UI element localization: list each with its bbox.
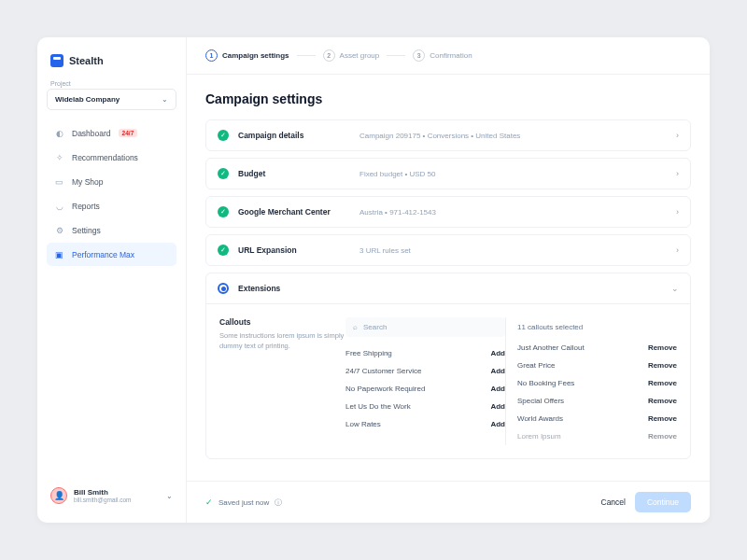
step-confirmation[interactable]: 3 Confirmation — [413, 49, 472, 62]
chevron-down-icon: ⌄ — [162, 95, 168, 104]
dashboard-badge: 24/7 — [119, 129, 138, 137]
footer-bar: ✓ Saved just now ⓘ Cancel Continue — [187, 481, 710, 523]
list-item: Special OffersRemove — [517, 392, 677, 410]
stepper: 1 Campaign settings 2 Asset group 3 Conf… — [187, 37, 710, 75]
card-meta: Austria • 971-412-1543 — [359, 208, 676, 217]
step-divider — [387, 55, 405, 56]
list-item: Just Another CalloutRemove — [517, 339, 677, 357]
chevron-down-icon: ⌄ — [671, 284, 679, 293]
selected-count: 11 callouts selected — [517, 317, 677, 339]
card-merchant-center: ✓ Google Merchant Center Austria • 971-4… — [205, 196, 691, 228]
remove-button[interactable]: Remove — [648, 361, 677, 370]
card-budget: ✓ Budget Fixed budget • USD 50 › — [205, 158, 691, 189]
sidebar-item-dashboard[interactable]: ◐ Dashboard 24/7 — [47, 121, 176, 145]
list-item: No Booking FeesRemove — [517, 374, 677, 392]
sidebar-item-label: My Shop — [72, 177, 104, 187]
user-info: Bill Smith bill.smith@gmail.com — [74, 488, 132, 503]
sidebar-item-label: Reports — [72, 202, 100, 211]
search-box[interactable]: ⌕ — [345, 317, 505, 337]
list-item: No Paperwork RequiredAdd — [345, 380, 505, 398]
search-input[interactable] — [363, 323, 498, 331]
main-panel: 1 Campaign settings 2 Asset group 3 Conf… — [187, 37, 710, 523]
cancel-button[interactable]: Cancel — [601, 497, 626, 507]
callouts-info: Callouts Some instructions lorem ipsum i… — [219, 317, 345, 445]
check-icon: ✓ — [218, 206, 229, 217]
add-button[interactable]: Add — [490, 385, 505, 393]
remove-button[interactable]: Remove — [648, 432, 677, 441]
sidebar: Stealth Project Widelab Company ⌄ ◐ Dash… — [37, 37, 187, 523]
saved-text: Saved just now — [218, 498, 269, 507]
add-button[interactable]: Add — [490, 349, 505, 357]
continue-button[interactable]: Continue — [635, 492, 691, 512]
sidebar-item-performance-max[interactable]: ▣ Performance Max — [47, 243, 176, 266]
sidebar-item-settings[interactable]: ⚙ Settings — [47, 218, 176, 242]
chevron-down-icon: ⌄ — [166, 492, 173, 500]
card-extensions: Extensions ⌄ Callouts Some instructions … — [205, 273, 691, 459]
step-campaign-settings[interactable]: 1 Campaign settings — [205, 49, 289, 62]
remove-button[interactable]: Remove — [648, 397, 677, 405]
gear-icon: ⚙ — [54, 225, 64, 235]
step-label: Asset group — [340, 51, 380, 60]
sidebar-item-label: Settings — [72, 226, 101, 235]
list-item: World AwardsRemove — [517, 410, 677, 427]
remove-button[interactable]: Remove — [648, 414, 677, 423]
callouts-description: Some instructions lorem ipsum is simply … — [219, 331, 345, 351]
sidebar-item-reports[interactable]: ◡ Reports — [47, 194, 176, 217]
available-callouts: ⌕ Free ShippingAdd 24/7 Customer Service… — [345, 317, 505, 445]
check-icon: ✓ — [218, 245, 229, 256]
content-scroll[interactable]: Campaign settings ✓ Campaign details Cam… — [187, 75, 710, 481]
step-number: 3 — [413, 49, 425, 62]
folder-icon: ▭ — [54, 176, 64, 187]
brand-logo: Stealth — [47, 50, 176, 80]
gauge-icon: ◐ — [54, 128, 64, 138]
card-title: Campaign details — [238, 131, 359, 140]
step-asset-group[interactable]: 2 Asset group — [323, 49, 380, 62]
sidebar-item-shop[interactable]: ▭ My Shop — [47, 170, 176, 193]
project-label: Project — [47, 80, 176, 87]
card-header[interactable]: ✓ Budget Fixed budget • USD 50 › — [206, 159, 690, 189]
card-url-expansion: ✓ URL Expansion 3 URL rules set › — [205, 234, 691, 266]
search-icon: ⌕ — [353, 323, 358, 331]
check-icon: ✓ — [218, 168, 229, 179]
card-header[interactable]: ✓ Google Merchant Center Austria • 971-4… — [206, 197, 690, 227]
check-icon: ✓ — [205, 497, 213, 507]
user-name: Bill Smith — [74, 488, 132, 497]
step-label: Campaign settings — [222, 51, 289, 60]
selected-callouts: 11 callouts selected Just Another Callou… — [505, 317, 677, 445]
user-email: bill.smith@gmail.com — [74, 497, 132, 503]
lightbulb-icon: ✧ — [54, 152, 64, 162]
add-button[interactable]: Add — [490, 420, 505, 428]
list-item: Free ShippingAdd — [345, 344, 505, 362]
project-selector[interactable]: Widelab Company ⌄ — [47, 89, 176, 110]
card-meta: Campaign 209175 • Conversions • United S… — [359, 132, 676, 140]
list-item: 24/7 Customer ServiceAdd — [345, 362, 505, 380]
callouts-columns: ⌕ Free ShippingAdd 24/7 Customer Service… — [345, 317, 677, 445]
card-title: Budget — [238, 169, 359, 178]
remove-button[interactable]: Remove — [648, 343, 677, 352]
card-meta: 3 URL rules set — [359, 246, 676, 255]
card-header[interactable]: ✓ URL Expansion 3 URL rules set › — [206, 235, 690, 265]
card-title: Extensions — [238, 284, 359, 293]
info-icon[interactable]: ⓘ — [275, 497, 282, 508]
sidebar-item-recommendations[interactable]: ✧ Recommendations — [47, 146, 176, 169]
sidebar-item-label: Recommendations — [72, 153, 138, 162]
card-header[interactable]: Extensions ⌄ — [206, 273, 690, 303]
chevron-right-icon: › — [676, 207, 679, 217]
logo-icon — [50, 54, 63, 67]
add-button[interactable]: Add — [490, 367, 505, 375]
save-status: ✓ Saved just now ⓘ — [205, 497, 282, 508]
list-item: Great PriceRemove — [517, 357, 677, 374]
brand-name: Stealth — [69, 55, 104, 66]
extensions-body: Callouts Some instructions lorem ipsum i… — [206, 303, 690, 458]
step-number: 2 — [323, 49, 335, 62]
list-item: Lorem IpsumRemove — [517, 427, 677, 445]
card-header[interactable]: ✓ Campaign details Campaign 209175 • Con… — [206, 120, 690, 150]
footer-actions: Cancel Continue — [601, 492, 692, 512]
user-menu[interactable]: 👤 Bill Smith bill.smith@gmail.com ⌄ — [47, 482, 176, 510]
app-window: Stealth Project Widelab Company ⌄ ◐ Dash… — [37, 37, 710, 523]
sidebar-item-label: Performance Max — [72, 250, 134, 259]
chevron-right-icon: › — [676, 245, 679, 255]
card-title: Google Merchant Center — [238, 207, 359, 217]
remove-button[interactable]: Remove — [648, 379, 677, 387]
add-button[interactable]: Add — [490, 402, 505, 411]
